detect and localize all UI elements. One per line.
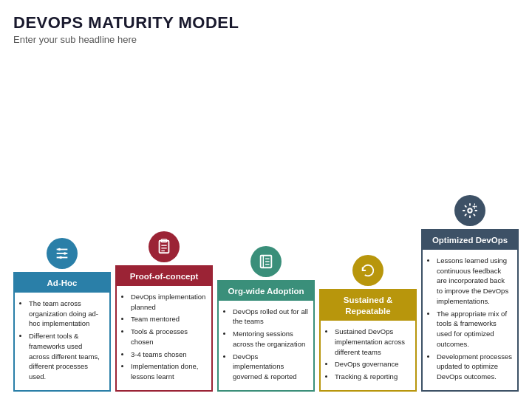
proof-box: Proof-of-concept DevOps implementation p… (115, 265, 213, 392)
proof-item-2: Team mentored (131, 314, 206, 324)
org-item-1: DevOps rolled out for all the teams (233, 307, 308, 327)
refresh-icon (360, 262, 376, 279)
col-adhoc: Ad-Hoc The team across organization doin… (13, 164, 111, 392)
sustained-header: Sustained & Repeatable (321, 290, 415, 321)
sustained-item-3: Tracking & reporting (335, 372, 410, 382)
proof-header: Proof-of-concept (117, 267, 211, 286)
sustained-icon-circle (352, 255, 383, 286)
org-item-3: DevOps implementations governed & report… (233, 352, 308, 382)
page: DEVOPS MATURITY MODEL Enter your sub hea… (0, 0, 532, 399)
clipboard-icon (156, 239, 172, 255)
col-proof: Proof-of-concept DevOps implementation p… (115, 180, 213, 392)
columns-wrapper: Ad-Hoc The team across organization doin… (13, 54, 519, 392)
adhoc-header: Ad-Hoc (15, 273, 109, 293)
org-body: DevOps rolled out for all the teams Ment… (219, 301, 313, 390)
optimized-item-3: Development processes updated to optimiz… (437, 352, 512, 382)
proof-item-4: 3-4 teams chosen (131, 349, 206, 360)
adhoc-body: The team across organization doing ad-ho… (15, 293, 109, 390)
proof-item-3: Tools & processes chosen (131, 327, 206, 347)
col-sustained-wrapper: Sustained & Repeatable Sustained DevOps … (319, 255, 417, 392)
optimized-body: Lessons learned using continuous feedbac… (423, 250, 517, 390)
adhoc-box: Ad-Hoc The team across organization doin… (13, 272, 111, 392)
optimized-header: Optimized DevOps (423, 231, 517, 250)
gear-icon (462, 202, 478, 219)
proof-body: DevOps implementation planned Team mento… (117, 286, 211, 390)
svg-point-3 (58, 248, 61, 251)
col-sustained: Sustained & Repeatable Sustained DevOps … (319, 244, 417, 392)
org-item-2: Mentoring sessions across the organizati… (233, 329, 308, 349)
adhoc-icon-circle (47, 238, 78, 269)
col-adhoc-wrapper: Ad-Hoc The team across organization doin… (13, 238, 111, 392)
book-icon (258, 253, 274, 270)
svg-point-5 (59, 256, 62, 259)
optimized-item-2: The appropriate mix of tools & framework… (437, 309, 512, 349)
sustained-item-1: Sustained DevOps implementation across d… (335, 327, 410, 357)
optimized-box: Optimized DevOps Lessons learned using c… (421, 229, 519, 392)
proof-item-5: Implementation done, lessons learnt (131, 361, 206, 382)
col-proof-wrapper: Proof-of-concept DevOps implementation p… (115, 231, 213, 392)
proof-icon-circle (149, 231, 180, 262)
sliders-icon (54, 245, 70, 262)
col-org: Org-wide Adoption DevOps rolled out for … (217, 216, 315, 392)
svg-point-4 (64, 252, 66, 255)
svg-point-16 (468, 208, 472, 213)
col-optimized-wrapper: Optimized DevOps Lessons learned using c… (421, 195, 519, 392)
page-title: DEVOPS MATURITY MODEL (13, 13, 519, 33)
org-icon-circle (250, 246, 282, 277)
optimized-item-1: Lessons learned using continuous feedbac… (437, 256, 512, 307)
proof-item-1: DevOps implementation planned (131, 292, 206, 313)
adhoc-item-1: The team across organization doing ad-ho… (29, 299, 104, 329)
sustained-box: Sustained & Repeatable Sustained DevOps … (319, 289, 417, 392)
sustained-body: Sustained DevOps implementation across d… (321, 321, 415, 390)
sub-headline: Enter your sub headline here (13, 34, 519, 45)
svg-point-18 (474, 205, 475, 207)
optimized-icon-circle (454, 195, 485, 226)
col-org-wrapper: Org-wide Adoption DevOps rolled out for … (217, 246, 315, 392)
adhoc-item-2: Different tools & frameworks used across… (29, 331, 104, 382)
org-box: Org-wide Adoption DevOps rolled out for … (217, 280, 315, 392)
sustained-item-2: DevOps governance (335, 359, 410, 369)
org-header: Org-wide Adoption (219, 282, 313, 301)
col-optimized: Optimized DevOps Lessons learned using c… (421, 195, 519, 392)
